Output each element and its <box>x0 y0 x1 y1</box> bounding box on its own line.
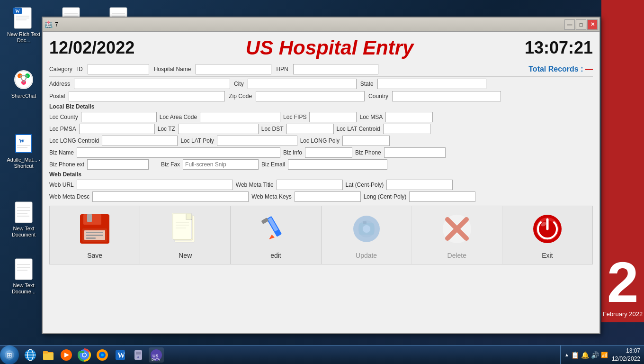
biz-fax-label: Biz Fax <box>161 161 180 168</box>
hospital-name-input[interactable] <box>196 64 271 74</box>
biz-phone-ext-input[interactable] <box>87 159 149 170</box>
loc-fips-input[interactable] <box>309 112 357 122</box>
maximize-button[interactable]: □ <box>576 19 586 30</box>
taskbar-word-icon[interactable]: W <box>113 347 128 363</box>
desktop-icon-new-text-doc1[interactable]: New TextDocument <box>5 199 43 240</box>
tray-icon-1: 📋 <box>571 351 579 359</box>
svg-rect-32 <box>15 259 32 280</box>
taskbar: ⊞ <box>0 345 644 364</box>
svg-point-59 <box>363 225 370 233</box>
window-content: 12/02/2022 US Hospital Entry 13:07:21 Ca… <box>43 32 599 333</box>
loc-tz-label: Loc TZ <box>158 126 175 132</box>
biz-info-label: Biz Info <box>283 149 302 156</box>
svg-rect-43 <box>86 237 96 239</box>
taskbar-tray: ▲ 📋 🔔 🔊 📶 <box>560 346 612 364</box>
app-icon: 🏥 <box>45 20 53 29</box>
web-url-input[interactable] <box>77 180 233 190</box>
web-meta-desc-input[interactable] <box>92 191 249 202</box>
biz-fax-input[interactable] <box>183 159 259 170</box>
minimize-button[interactable]: — <box>564 19 575 30</box>
taskbar-storage-icon[interactable] <box>131 347 146 363</box>
postal-input[interactable] <box>69 91 225 101</box>
taskbar-explorer-icon[interactable] <box>41 347 56 363</box>
biz-phone-input[interactable] <box>384 147 446 158</box>
city-label: City <box>234 81 244 87</box>
tray-network-icon[interactable]: 📶 <box>601 352 608 358</box>
id-label: ID <box>77 66 83 73</box>
svg-rect-77 <box>43 351 48 354</box>
taskbar-usdata-icon[interactable]: US DATA <box>149 347 164 363</box>
loc-msa-input[interactable] <box>385 112 433 122</box>
loc-long-centroid-label: Loc LONG Centroid <box>49 137 99 144</box>
total-records: Total Records : — <box>528 65 593 73</box>
loc-lat-centroid-input[interactable] <box>383 124 430 134</box>
taskbar-chrome-icon[interactable] <box>77 347 92 363</box>
country-input[interactable] <box>392 91 501 101</box>
tray-volume-icon[interactable]: 🔊 <box>591 351 599 359</box>
taskbar-firefox-icon[interactable] <box>95 347 110 363</box>
title-bar-text: 7 <box>55 21 564 28</box>
close-button[interactable]: ✕ <box>587 19 598 30</box>
calendar-day: 2 <box>607 254 639 310</box>
web-details-title: Web Details <box>49 171 593 178</box>
svg-rect-89 <box>136 352 141 355</box>
hpn-input[interactable] <box>293 64 378 74</box>
taskbar-ie-icon[interactable] <box>23 347 38 363</box>
loc-tz-input[interactable] <box>178 124 259 134</box>
long-cent-poly-input[interactable] <box>409 191 475 202</box>
state-label: State <box>360 81 374 87</box>
state-input[interactable] <box>377 79 486 89</box>
tray-expand-icon[interactable]: ▲ <box>564 352 569 357</box>
biz-email-label: Biz Email <box>261 161 285 168</box>
id-input[interactable] <box>88 64 149 74</box>
taskbar-time: 13:07 <box>612 347 640 355</box>
biz-info-input[interactable] <box>305 147 352 158</box>
update-button[interactable]: Update <box>322 206 412 264</box>
desktop-icon-sharechat[interactable]: ShareChat <box>5 66 43 101</box>
taskbar-media-icon[interactable] <box>59 347 74 363</box>
save-button[interactable]: Save <box>50 206 140 264</box>
web-meta-title-input[interactable] <box>277 180 343 190</box>
desktop-icon-new-text-doc2[interactable]: New TextDocume... <box>5 256 43 297</box>
calendar-widget: 2 February 2022 <box>601 0 644 322</box>
web-url-label: Web URL <box>49 182 74 188</box>
lat-cent-poly-input[interactable] <box>386 180 453 190</box>
title-bar: 🏥 7 — □ ✕ <box>43 18 599 32</box>
svg-point-82 <box>83 353 86 356</box>
loc-long-poly-input[interactable] <box>342 136 390 146</box>
header-row: 12/02/2022 US Hospital Entry 13:07:21 <box>49 36 593 59</box>
new-button[interactable]: New <box>140 206 231 264</box>
loc-pmsa-input[interactable] <box>79 124 155 134</box>
web-meta-keys-input[interactable] <box>295 191 361 202</box>
biz-email-input[interactable] <box>288 159 387 170</box>
loc-lat-centroid-label: Loc LAT Centroid <box>337 126 380 132</box>
start-button[interactable]: ⊞ <box>0 346 19 364</box>
loc-county-input[interactable] <box>81 112 157 122</box>
exit-button[interactable]: Exit <box>502 206 592 264</box>
loc-area-code-input[interactable] <box>200 112 280 122</box>
city-input[interactable] <box>248 79 357 89</box>
loc-lat-poly-input[interactable] <box>217 136 297 146</box>
tray-icon-2: 🔔 <box>581 351 589 359</box>
desktop-icon-adtitle[interactable]: W Adtitle_Mat... - Shortcut <box>5 130 43 171</box>
taskbar-date: 12/02/2022 <box>612 355 640 363</box>
update-icon <box>348 210 385 248</box>
address-input[interactable] <box>74 79 230 89</box>
long-cent-poly-label: Long (Cent-Poly) <box>364 193 407 200</box>
loc-long-poly-label: Loc LONG Poly <box>300 137 340 144</box>
delete-button[interactable]: Delete <box>412 206 502 264</box>
biz-name-input[interactable] <box>77 147 280 158</box>
new-text-doc-label-1: New TextDocument <box>12 226 36 238</box>
web-meta-title-label: Web Meta Title <box>236 182 274 188</box>
zip-code-input[interactable] <box>256 91 365 101</box>
svg-rect-42 <box>86 235 103 236</box>
loc-dst-input[interactable] <box>286 124 334 134</box>
edit-button[interactable]: edit <box>231 206 321 264</box>
svg-point-90 <box>137 356 139 358</box>
taskbar-clock: 13:07 12/02/2022 <box>612 347 644 363</box>
country-label: Country <box>368 93 388 100</box>
desktop-icon-rich-text[interactable]: W New Rich Text Doc... <box>5 5 43 46</box>
total-records-value: — <box>585 65 593 73</box>
loc-long-centroid-input[interactable] <box>102 136 178 146</box>
svg-text:⊞: ⊞ <box>7 351 12 359</box>
